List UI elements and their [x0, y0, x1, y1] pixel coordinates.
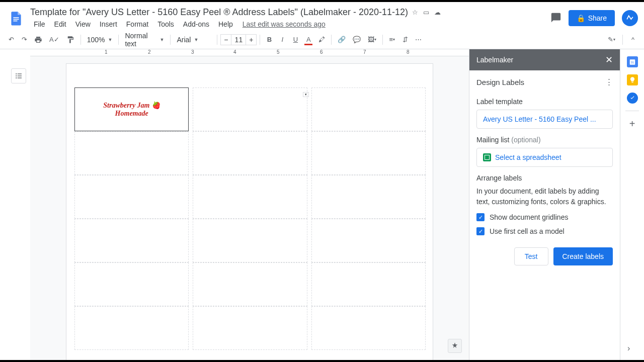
side-panel: 31 + › — [620, 49, 644, 360]
share-button[interactable]: 🔒 Share — [569, 10, 615, 26]
calendar-icon[interactable]: 31 — [627, 56, 638, 67]
tasks-icon[interactable] — [627, 93, 638, 104]
menu-format[interactable]: Format — [123, 19, 152, 30]
label-cell[interactable] — [311, 262, 426, 306]
label-cell[interactable] — [74, 131, 189, 175]
label-cell[interactable] — [74, 306, 189, 350]
svg-rect-8 — [18, 75, 22, 76]
label-cell[interactable] — [311, 87, 426, 131]
label-cell[interactable] — [193, 219, 307, 262]
menu-insert[interactable]: Insert — [96, 19, 121, 30]
label-cell[interactable] — [193, 306, 307, 350]
horizontal-ruler[interactable]: 1 2 3 4 5 6 7 8 — [30, 49, 469, 56]
menu-file[interactable]: File — [30, 19, 49, 30]
paint-format-button[interactable] — [63, 33, 77, 46]
share-label: Share — [588, 14, 607, 22]
first-cell-checkbox[interactable]: ✓ — [476, 227, 485, 235]
gridlines-checkbox[interactable]: ✓ — [476, 213, 485, 221]
template-select[interactable]: Avery US Letter - 5160 Easy Peel ... — [476, 110, 613, 129]
toolbar: ↶ ↷ A✓ 100%▼ Normal text▼ Arial▼ − 11 + … — [0, 30, 644, 49]
label-cell[interactable] — [74, 219, 189, 262]
label-cell[interactable] — [74, 262, 189, 306]
underline-button[interactable]: U — [289, 33, 301, 46]
menu-addons[interactable]: Add-ons — [180, 19, 213, 30]
label-cell[interactable] — [311, 306, 426, 350]
font-size-increase[interactable]: + — [246, 34, 257, 45]
add-addon-icon[interactable]: + — [627, 118, 638, 129]
label-cell[interactable] — [311, 219, 426, 262]
font-size-decrease[interactable]: − — [220, 34, 231, 45]
label-cell[interactable] — [193, 87, 307, 131]
ruler-tick: 1 — [105, 49, 108, 55]
document-page[interactable]: ▾ Strawberry Jam 🍓 Homemade — [66, 63, 433, 360]
menu-view[interactable]: View — [72, 19, 94, 30]
outline-toggle-button[interactable] — [11, 68, 26, 83]
cloud-status-icon[interactable]: ☁ — [434, 9, 441, 16]
keep-icon[interactable] — [627, 74, 638, 85]
more-button[interactable]: ⋯ — [412, 33, 425, 46]
editing-mode-button[interactable]: ✎▾ — [605, 33, 618, 46]
redo-button[interactable]: ↷ — [18, 33, 30, 46]
label-cell[interactable] — [193, 262, 307, 306]
label-cell-active[interactable]: Strawberry Jam 🍓 Homemade — [74, 87, 189, 131]
insert-image-button[interactable]: 🖼▾ — [365, 33, 379, 46]
svg-rect-4 — [16, 73, 17, 74]
arrange-help-text: In your document, edit labels by adding … — [476, 186, 613, 207]
menu-tools[interactable]: Tools — [154, 19, 178, 30]
menu-edit[interactable]: Edit — [51, 19, 70, 30]
label-line-2: Homemade — [115, 110, 148, 118]
explore-button[interactable] — [448, 339, 462, 353]
print-button[interactable] — [31, 33, 45, 46]
sidebar-title: Labelmaker — [476, 56, 513, 64]
label-cell[interactable] — [311, 131, 426, 175]
last-edit-link[interactable]: Last edit was seconds ago — [243, 19, 326, 30]
select-spreadsheet-label: Select a spreadsheet — [495, 153, 561, 161]
mailing-list-heading: Mailing list — [476, 136, 509, 144]
svg-rect-9 — [18, 77, 22, 78]
label-cell[interactable] — [193, 131, 307, 175]
zoom-select[interactable]: 100%▼ — [84, 34, 116, 46]
star-icon[interactable]: ☆ — [412, 9, 418, 16]
menu-help[interactable]: Help — [215, 19, 236, 30]
svg-rect-6 — [16, 77, 17, 78]
undo-button[interactable]: ↶ — [5, 33, 17, 46]
svg-rect-2 — [13, 21, 17, 22]
font-size-input[interactable]: 11 — [231, 34, 246, 45]
ruler-tick: 6 — [320, 49, 323, 55]
test-button[interactable]: Test — [514, 247, 548, 265]
menu-bar: File Edit View Insert Format Tools Add-o… — [30, 19, 550, 30]
insert-comment-button[interactable]: 💬 — [350, 33, 364, 46]
paragraph-style-select[interactable]: Normal text▼ — [122, 30, 167, 50]
ruler-tick: 8 — [407, 49, 410, 55]
svg-text:31: 31 — [630, 61, 633, 64]
font-select[interactable]: Arial▼ — [174, 34, 214, 46]
select-spreadsheet-button[interactable]: Select a spreadsheet — [476, 148, 613, 167]
text-color-button[interactable]: A — [302, 33, 314, 46]
close-icon[interactable]: ✕ — [605, 54, 613, 65]
ruler-tick: 4 — [233, 49, 236, 55]
user-avatar[interactable] — [622, 10, 638, 26]
gridlines-label: Show document gridlines — [490, 213, 568, 221]
label-cell[interactable] — [311, 175, 426, 219]
more-options-icon[interactable]: ⋮ — [605, 77, 613, 86]
line-spacing-button[interactable]: ⇵ — [399, 33, 411, 46]
spellcheck-button[interactable]: A✓ — [46, 33, 62, 46]
label-cell[interactable] — [74, 175, 189, 219]
move-icon[interactable]: ▭ — [423, 9, 429, 16]
create-labels-button[interactable]: Create labels — [553, 247, 613, 265]
collapse-toolbar-button[interactable]: ^ — [627, 33, 639, 46]
align-button[interactable]: ≡▾ — [386, 33, 398, 46]
document-title[interactable]: Template for "Avery US Letter - 5160 Eas… — [30, 7, 408, 18]
sheets-icon — [483, 153, 491, 161]
bold-button[interactable]: B — [263, 33, 275, 46]
docs-logo-icon[interactable] — [6, 8, 26, 28]
comment-history-icon[interactable] — [550, 12, 561, 25]
ruler-tick: 3 — [191, 49, 194, 55]
ruler-tick: 7 — [363, 49, 366, 55]
svg-rect-5 — [16, 75, 17, 76]
label-cell[interactable] — [193, 175, 307, 219]
italic-button[interactable]: I — [276, 33, 288, 46]
highlight-button[interactable]: 🖍 — [315, 33, 328, 46]
insert-link-button[interactable]: 🔗 — [335, 33, 349, 46]
collapse-panel-icon[interactable]: › — [627, 344, 630, 353]
